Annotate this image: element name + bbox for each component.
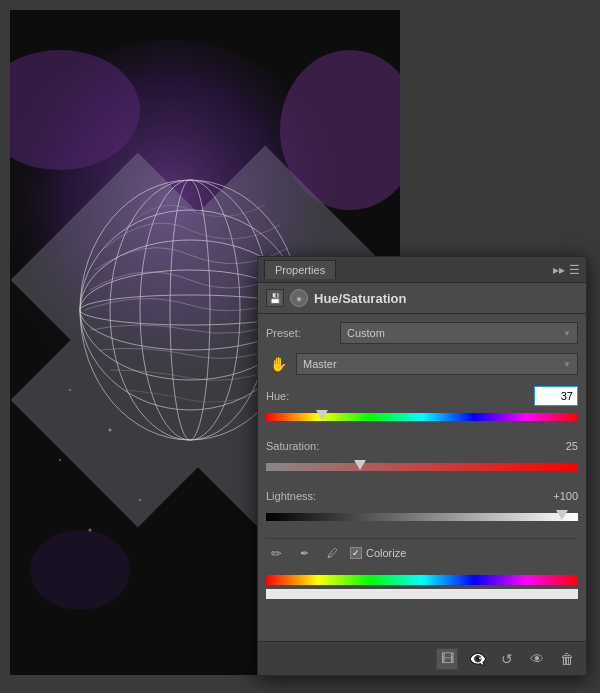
- eyedropper-icon[interactable]: ✏: [266, 543, 286, 563]
- preset-row: Preset: Custom ▼: [266, 322, 578, 344]
- saturation-slider-track[interactable]: [266, 460, 578, 474]
- properties-tab[interactable]: Properties: [264, 260, 336, 279]
- rainbow-bar: [266, 575, 578, 585]
- lightness-thumb[interactable]: [556, 510, 568, 520]
- hue-value[interactable]: 37: [534, 386, 578, 406]
- layer-save-icon[interactable]: 💾: [266, 289, 284, 307]
- lightness-section: Lightness: +100: [266, 486, 578, 526]
- panel-header: 💾 ● Hue/Saturation: [258, 283, 586, 314]
- preset-dropdown[interactable]: Custom ▼: [340, 322, 578, 344]
- panel-title: Hue/Saturation: [314, 291, 406, 306]
- panel-tab-icons: ▸▸ ☰: [553, 263, 580, 277]
- svg-point-19: [139, 499, 141, 501]
- panel-tab-bar: Properties ▸▸ ☰: [258, 257, 586, 283]
- saturation-section: Saturation: 25: [266, 436, 578, 476]
- svg-point-20: [69, 389, 71, 391]
- eyedropper-minus-icon[interactable]: 🖊: [322, 543, 342, 563]
- svg-point-16: [30, 530, 130, 610]
- visibility-layers-icon[interactable]: 👁‍🗨: [466, 648, 488, 670]
- channel-value: Master: [303, 358, 337, 370]
- hue-section: Hue: 37: [266, 386, 578, 426]
- hue-label-row: Hue: 37: [266, 386, 578, 406]
- svg-point-21: [109, 429, 112, 432]
- svg-point-17: [59, 459, 61, 461]
- colorize-checkbox[interactable]: ✓: [350, 547, 362, 559]
- colorize-row: ✓ Colorize: [350, 547, 406, 559]
- hue-slider-track[interactable]: [266, 410, 578, 424]
- saturation-thumb[interactable]: [354, 460, 366, 470]
- lightness-slider-track[interactable]: [266, 510, 578, 524]
- eyedropper-plus-icon[interactable]: ✒: [294, 543, 314, 563]
- preset-label: Preset:: [266, 327, 334, 339]
- channel-row: ✋ Master ▼: [266, 352, 578, 376]
- saturation-value[interactable]: 25: [534, 436, 578, 456]
- hand-icon: ✋: [266, 352, 290, 376]
- lightness-track: [266, 513, 578, 521]
- white-bar: [266, 589, 578, 599]
- panel-content: Preset: Custom ▼ ✋ Master ▼ Hue: 37: [258, 314, 586, 641]
- preset-dropdown-arrow: ▼: [563, 329, 571, 338]
- color-bar-section: [266, 575, 578, 599]
- delete-icon[interactable]: 🗑: [556, 648, 578, 670]
- rotate-icon[interactable]: ↺: [496, 648, 518, 670]
- hue-thumb[interactable]: [316, 410, 328, 420]
- tools-row: ✏ ✒ 🖊 ✓ Colorize: [266, 538, 578, 563]
- colorize-label: Colorize: [366, 547, 406, 559]
- new-layer-icon[interactable]: 🎞: [436, 648, 458, 670]
- lightness-label-row: Lightness: +100: [266, 486, 578, 506]
- saturation-label: Saturation:: [266, 440, 319, 452]
- channel-dropdown[interactable]: Master ▼: [296, 353, 578, 375]
- saturation-label-row: Saturation: 25: [266, 436, 578, 456]
- panel-footer: 🎞 👁‍🗨 ↺ 👁 🗑: [258, 641, 586, 675]
- preset-value: Custom: [347, 327, 385, 339]
- panel-collapse-icon[interactable]: ☰: [569, 263, 580, 277]
- lightness-value[interactable]: +100: [534, 486, 578, 506]
- hue-track: [266, 413, 578, 421]
- channel-dropdown-arrow: ▼: [563, 360, 571, 369]
- eye-icon[interactable]: 👁: [526, 648, 548, 670]
- layer-mask-icon[interactable]: ●: [290, 289, 308, 307]
- hue-label: Hue:: [266, 390, 289, 402]
- panel-menu-icon[interactable]: ▸▸: [553, 263, 565, 277]
- properties-panel: Properties ▸▸ ☰ 💾 ● Hue/Saturation Prese…: [257, 256, 587, 676]
- lightness-label: Lightness:: [266, 490, 316, 502]
- svg-point-18: [89, 529, 92, 532]
- workspace: Properties ▸▸ ☰ 💾 ● Hue/Saturation Prese…: [0, 0, 600, 693]
- saturation-track: [266, 463, 578, 471]
